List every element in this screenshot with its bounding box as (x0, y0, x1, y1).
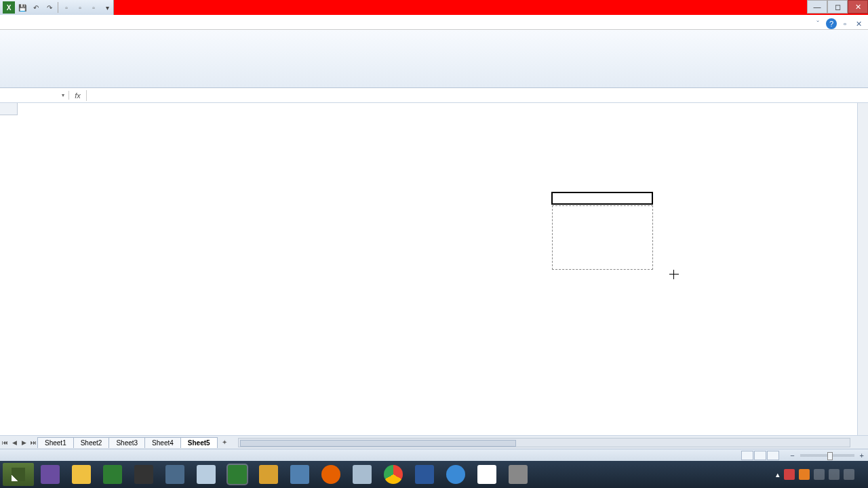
sheet-tabs: ⏮ ◀ ▶ ⏭ Sheet1Sheet2Sheet3Sheet4Sheet5 ✦ (0, 435, 868, 449)
horizontal-scrollbar[interactable] (238, 438, 850, 447)
undo-icon[interactable]: ↶ (30, 1, 42, 14)
view-buttons[interactable] (741, 451, 779, 460)
qat-icon[interactable]: ▫ (87, 1, 100, 14)
fill-handle-cursor-icon (669, 270, 679, 279)
close-button[interactable]: ✕ (848, 0, 868, 14)
page-break-view-icon (767, 451, 779, 460)
vertical-scrollbar[interactable] (857, 103, 868, 435)
taskbar-app[interactable] (285, 463, 315, 486)
calculator-icon[interactable] (347, 463, 377, 486)
chrome-icon[interactable] (378, 463, 408, 486)
file-explorer-icon[interactable] (66, 463, 96, 486)
window-close-icon[interactable]: ✕ (853, 18, 864, 29)
taskbar: ▴ (0, 461, 868, 488)
network-icon[interactable] (814, 469, 825, 480)
normal-view-icon (741, 451, 753, 460)
window-restore-icon[interactable]: ▫ (840, 18, 850, 29)
taskbar-app[interactable] (503, 463, 533, 486)
excel-icon: X (3, 1, 15, 14)
excel-icon[interactable] (222, 463, 252, 486)
qat-icon[interactable]: ▫ (60, 1, 73, 14)
new-sheet-icon[interactable]: ✦ (218, 437, 231, 447)
ribbon-help: ˇ ? ▫ ✕ (812, 18, 868, 29)
formula-bar: ▾ fx (0, 88, 868, 103)
sheet-tab[interactable]: Sheet3 (108, 437, 145, 448)
tray-up-icon[interactable]: ▴ (776, 470, 780, 479)
sheet-nav-next-icon[interactable]: ▶ (19, 439, 28, 446)
hp-icon[interactable] (160, 463, 190, 486)
system-tray[interactable]: ▴ (776, 469, 865, 480)
minimize-ribbon-icon[interactable]: ˇ (812, 18, 823, 29)
battery-icon[interactable] (844, 469, 854, 480)
maximize-button[interactable]: ◻ (827, 0, 848, 14)
ie-icon[interactable] (441, 463, 471, 486)
taskbar-app[interactable] (129, 463, 159, 486)
sheet-nav-first-icon[interactable]: ⏮ (0, 439, 9, 446)
outlook-icon[interactable] (254, 463, 283, 486)
gtalk-icon[interactable] (472, 463, 502, 486)
ribbon-tabs: ˇ ? ▫ ✕ (0, 15, 868, 30)
select-all-corner[interactable] (0, 103, 18, 115)
name-box[interactable]: ▾ (0, 91, 69, 100)
titlebar: X 💾 ↶ ↷ ▫ ▫ ▫ ▾ — ◻ ✕ (0, 0, 868, 15)
save-icon[interactable]: 💾 (16, 1, 28, 14)
minimize-button[interactable]: — (807, 0, 827, 14)
quick-access-toolbar: X 💾 ↶ ↷ ▫ ▫ ▫ ▾ (0, 0, 114, 15)
page-layout-view-icon (754, 451, 766, 460)
tray-icon[interactable] (784, 469, 795, 480)
fill-drag-outline (552, 205, 653, 270)
start-button[interactable] (3, 463, 34, 486)
taskbar-app[interactable] (35, 463, 65, 486)
tray-icon[interactable] (799, 469, 810, 480)
zoom-in-icon[interactable]: + (860, 451, 864, 460)
qat-dropdown-icon[interactable]: ▾ (101, 1, 113, 14)
notepad-icon[interactable] (191, 463, 221, 486)
sheet-tab[interactable]: Sheet2 (73, 437, 110, 448)
window-controls: — ◻ ✕ (807, 0, 868, 14)
redo-icon[interactable]: ↷ (43, 1, 56, 14)
sheet-tab[interactable]: Sheet1 (37, 437, 74, 448)
qat-icon[interactable]: ▫ (74, 1, 86, 14)
status-bar: − + (0, 449, 868, 461)
store-icon[interactable] (98, 463, 127, 486)
sheet-tab[interactable]: Sheet4 (144, 437, 181, 448)
zoom-slider[interactable] (800, 454, 854, 457)
firefox-icon[interactable] (316, 463, 346, 486)
ribbon (0, 30, 868, 88)
sheet-tab[interactable]: Sheet5 (180, 437, 218, 448)
volume-icon[interactable] (829, 469, 840, 480)
sheet-nav-last-icon[interactable]: ⏭ (28, 439, 38, 446)
active-cell-selection (551, 192, 653, 205)
zoom-out-icon[interactable]: − (790, 451, 794, 460)
spreadsheet-grid[interactable] (0, 103, 868, 435)
help-icon[interactable]: ? (826, 18, 837, 29)
fx-icon[interactable]: fx (69, 90, 87, 101)
word-icon[interactable] (410, 463, 439, 486)
formula-input[interactable] (87, 94, 868, 97)
sheet-nav-prev-icon[interactable]: ◀ (9, 439, 19, 446)
